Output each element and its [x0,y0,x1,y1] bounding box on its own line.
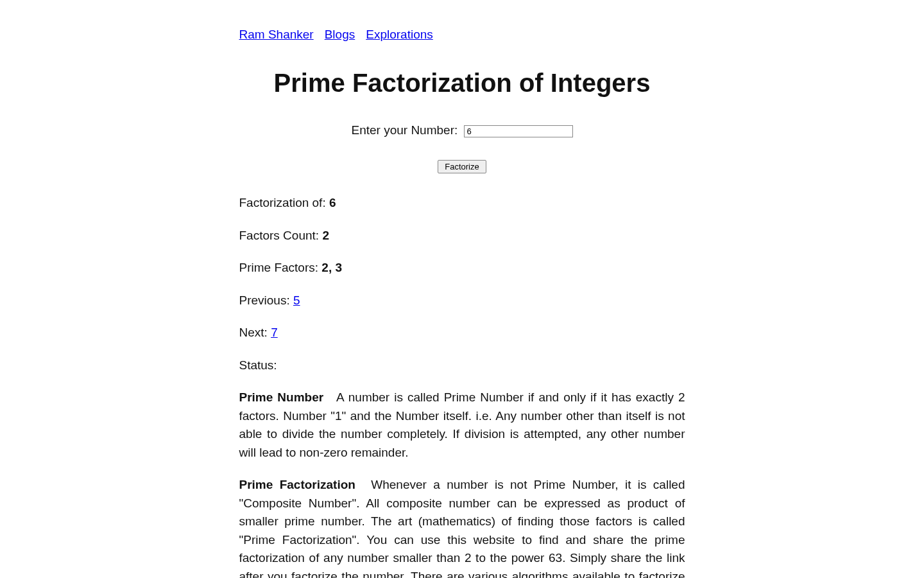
number-input[interactable] [464,125,573,137]
explanations: Prime Number A number is called Prime Nu… [239,389,685,578]
prime-factors-value: 2, 3 [321,261,342,274]
button-row: Factorize [239,157,685,175]
factors-count-line: Factors Count: 2 [239,227,685,245]
prime-number-term: Prime Number [239,390,324,404]
input-label: Enter your Number: [351,123,461,137]
factors-count-label: Factors Count: [239,229,323,242]
prime-number-paragraph: Prime Number A number is called Prime Nu… [239,389,685,462]
results-block: Factorization of: 6 Factors Count: 2 Pri… [239,194,685,374]
prime-factorization-paragraph: Prime Factorization Whenever a number is… [239,476,685,578]
nav-link-explorations[interactable]: Explorations [366,28,433,41]
factorize-button[interactable]: Factorize [438,160,486,173]
nav-link-home[interactable]: Ram Shanker [239,28,314,41]
next-line: Next: 7 [239,324,685,342]
prime-factorization-term: Prime Factorization [239,478,355,491]
factorization-of-value: 6 [329,196,336,209]
previous-link[interactable]: 5 [293,293,300,307]
next-link[interactable]: 7 [271,326,278,339]
factorization-of-line: Factorization of: 6 [239,194,685,213]
factors-count-value: 2 [322,229,329,242]
status-line: Status: [239,356,685,375]
status-label: Status: [239,358,277,372]
next-label: Next: [239,326,271,339]
nav-link-blogs[interactable]: Blogs [325,28,355,41]
prime-factors-line: Prime Factors: 2, 3 [239,259,685,277]
previous-line: Previous: 5 [239,292,685,310]
prime-factorization-text: Whenever a number is not Prime Number, i… [239,478,685,578]
factorization-of-label: Factorization of: [239,196,329,209]
top-nav: Ram Shanker Blogs Explorations [239,26,685,44]
page-title: Prime Factorization of Integers [239,64,685,102]
prime-factors-label: Prime Factors: [239,261,322,274]
previous-label: Previous: [239,293,293,307]
input-row: Enter your Number: [239,121,685,140]
